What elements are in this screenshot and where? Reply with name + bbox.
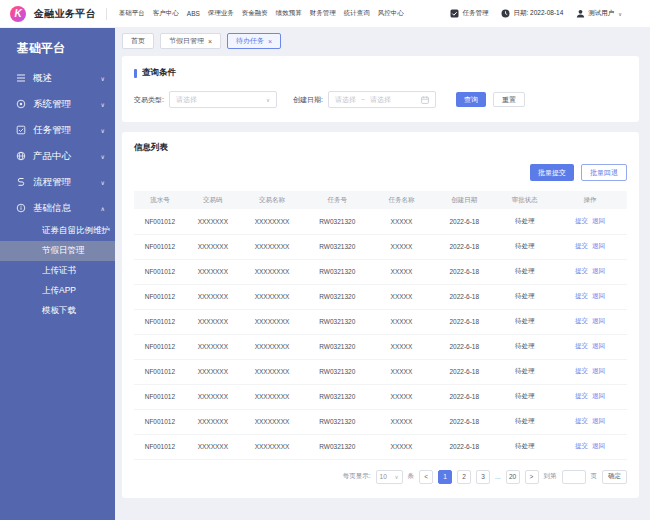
user-name: 测试用户 <box>588 9 614 18</box>
sidebar-subitem-template-download[interactable]: 模板下载 <box>0 301 115 321</box>
table-cell: XXXXX <box>371 434 433 459</box>
return-action-link[interactable]: 退回 <box>592 292 605 299</box>
page-button-3[interactable]: 3 <box>476 470 490 484</box>
return-action-link[interactable]: 退回 <box>592 317 605 324</box>
next-page-button[interactable]: > <box>525 470 539 484</box>
submit-action-link[interactable]: 提交 <box>575 367 588 374</box>
chevron-down-icon: ∨ <box>101 101 105 108</box>
page-button-20[interactable]: 20 <box>506 470 520 484</box>
table-cell: XXXXXXXX <box>240 234 304 259</box>
sidebar-item-overview[interactable]: 概述∨ <box>0 65 115 91</box>
sidebar-item-basic-info[interactable]: 基础信息∧ <box>0 195 115 221</box>
sidebar-subitem-upload-cert[interactable]: 上传证书 <box>0 261 115 281</box>
sidebar-item-task-mgmt[interactable]: 任务管理∨ <box>0 117 115 143</box>
return-action-link[interactable]: 退回 <box>592 267 605 274</box>
per-page-select[interactable]: 10∨ <box>376 470 403 484</box>
table-cell: 2022-6-18 <box>432 309 496 334</box>
topnav-item-5[interactable]: 资金融资 <box>240 7 270 20</box>
table-cell: NF001012 <box>134 259 186 284</box>
goto-label: 到第 <box>544 472 557 481</box>
topnav-item-8[interactable]: 统计查询 <box>342 7 372 20</box>
tab-holiday-mgmt[interactable]: 节假日管理× <box>160 33 221 49</box>
submit-action-link[interactable]: 提交 <box>575 392 588 399</box>
section-accent-bar <box>134 69 137 78</box>
column-header-7: 审批状态 <box>496 191 553 209</box>
topnav-item-2[interactable]: 客户中心 <box>151 7 181 20</box>
topnav-item-3[interactable]: ABS <box>185 8 202 19</box>
search-button[interactable]: 查询 <box>456 92 486 107</box>
goto-page-input[interactable] <box>562 470 586 484</box>
table-cell: RW0321320 <box>304 434 371 459</box>
submit-action-link[interactable]: 提交 <box>575 242 588 249</box>
submit-action-link[interactable]: 提交 <box>575 317 588 324</box>
table-row: NF001012XXXXXXXXXXXXXXXRW0321320XXXXX202… <box>134 234 627 259</box>
submit-action-link[interactable]: 提交 <box>575 267 588 274</box>
tab-todo-tasks[interactable]: 待办任务× <box>227 33 281 49</box>
submit-action-link[interactable]: 提交 <box>575 417 588 424</box>
return-action-link[interactable]: 退回 <box>592 217 605 224</box>
table-row: NF001012XXXXXXXXXXXXXXXRW0321320XXXXX202… <box>134 384 627 409</box>
sidebar-submenu: 证券自留比例维护节假日管理上传证书上传APP模板下载 <box>0 221 115 321</box>
submit-action-link[interactable]: 提交 <box>575 442 588 449</box>
table-cell: 待处理 <box>496 209 553 234</box>
sidebar-subitem-holiday-mgmt[interactable]: 节假日管理 <box>0 241 115 261</box>
sidebar: 基础平台 概述∨系统管理∨任务管理∨产品中心∨流程管理∨基础信息∧证券自留比例维… <box>0 28 115 520</box>
transaction-type-select[interactable]: 请选择 ∨ <box>169 91 277 108</box>
sidebar-title: 基础平台 <box>0 28 115 65</box>
sidebar-subitem-upload-app[interactable]: 上传APP <box>0 281 115 301</box>
goto-confirm-button[interactable]: 确定 <box>602 470 627 484</box>
table-cell-actions: 提交退回 <box>553 434 627 459</box>
table-cell: XXXXXXX <box>186 409 240 434</box>
reset-button[interactable]: 重置 <box>493 92 525 107</box>
table-cell: XXXXX <box>371 384 433 409</box>
user-menu[interactable]: 测试用户 ∨ <box>576 9 622 18</box>
topnav-item-6[interactable]: 绩效预算 <box>274 7 304 20</box>
batch-submit-button[interactable]: 批量提交 <box>530 164 574 181</box>
table-row: NF001012XXXXXXXXXXXXXXXRW0321320XXXXX202… <box>134 334 627 359</box>
tab-home[interactable]: 首页 <box>122 33 154 49</box>
date-label: 日期: 2022-08-14 <box>513 9 563 18</box>
table-cell: 待处理 <box>496 434 553 459</box>
create-date-range-picker[interactable]: 请选择 ~ 请选择 <box>328 91 436 108</box>
submit-action-link[interactable]: 提交 <box>575 292 588 299</box>
table-cell: RW0321320 <box>304 359 371 384</box>
goto-unit: 页 <box>591 472 598 481</box>
sidebar-item-label: 流程管理 <box>33 176 94 189</box>
table-cell: XXXXXXX <box>186 309 240 334</box>
submit-action-link[interactable]: 提交 <box>575 217 588 224</box>
submit-action-link[interactable]: 提交 <box>575 342 588 349</box>
sidebar-item-system-mgmt[interactable]: 系统管理∨ <box>0 91 115 117</box>
return-action-link[interactable]: 退回 <box>592 242 605 249</box>
return-action-link[interactable]: 退回 <box>592 342 605 349</box>
close-icon[interactable]: × <box>208 38 212 45</box>
sidebar-item-process-mgmt[interactable]: 流程管理∨ <box>0 169 115 195</box>
sidebar-subitem-security-retain-ratio[interactable]: 证券自留比例维护 <box>0 221 115 241</box>
table-cell: XXXXX <box>371 409 433 434</box>
table-cell: 待处理 <box>496 334 553 359</box>
close-icon[interactable]: × <box>268 38 272 45</box>
return-action-link[interactable]: 退回 <box>592 367 605 374</box>
table-cell-actions: 提交退回 <box>553 309 627 334</box>
return-action-link[interactable]: 退回 <box>592 442 605 449</box>
table-cell: XXXXXXXX <box>240 409 304 434</box>
page-button-2[interactable]: 2 <box>457 470 471 484</box>
topnav-item-7[interactable]: 财务管理 <box>308 7 338 20</box>
calendar-icon <box>421 96 429 104</box>
return-action-link[interactable]: 退回 <box>592 392 605 399</box>
list-section-title: 信息列表 <box>134 142 627 154</box>
sidebar-item-product-center[interactable]: 产品中心∨ <box>0 143 115 169</box>
info-icon <box>16 203 26 213</box>
prev-page-button[interactable]: < <box>419 470 433 484</box>
topnav-item-9[interactable]: 风控中心 <box>376 7 406 20</box>
topnav-item-4[interactable]: 保理业务 <box>206 7 236 20</box>
page-button-1[interactable]: 1 <box>438 470 452 484</box>
topnav-item-1[interactable]: 基础平台 <box>117 7 147 20</box>
table-cell: NF001012 <box>134 409 186 434</box>
list-card: 信息列表 批量提交 批量回退 流水号交易码交易名称任务号任务名称创建日期审批状态… <box>122 132 639 498</box>
return-action-link[interactable]: 退回 <box>592 417 605 424</box>
date-end-placeholder: 请选择 <box>370 95 391 105</box>
batch-rollback-button[interactable]: 批量回退 <box>581 164 627 181</box>
table-cell: XXXXXXX <box>186 259 240 284</box>
task-manage-entry[interactable]: 任务管理 <box>450 9 488 18</box>
table-cell: XXXXXXX <box>186 359 240 384</box>
